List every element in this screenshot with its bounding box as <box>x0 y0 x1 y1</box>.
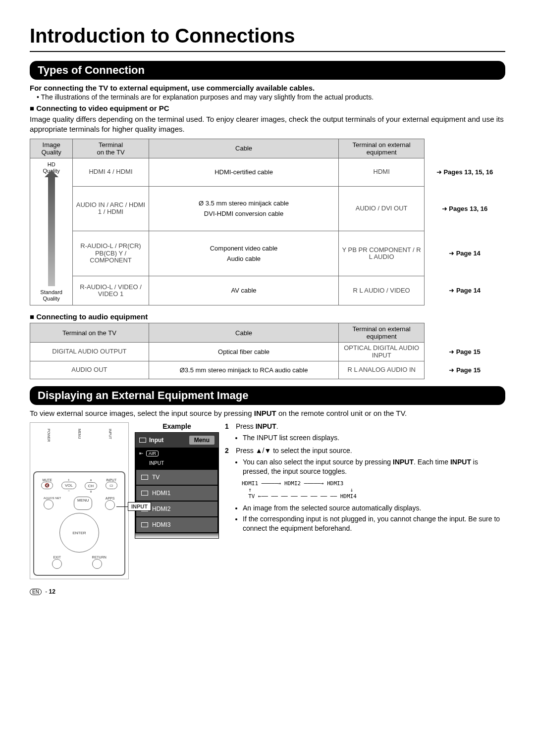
cable-dvi: Ø 3.5 mm stereo minijack cable DVI-HDMI … <box>149 186 339 231</box>
quality-column: HD Quality Standard Quality <box>30 158 73 305</box>
pages-av: Page 14 <box>424 276 505 305</box>
intro-bold: For connecting the TV to external equipm… <box>30 84 505 92</box>
th-cable: Cable <box>149 139 339 158</box>
tv-term-optical: DIGITAL AUDIO OUTPUT <box>30 343 149 361</box>
pages-component: Page 14 <box>424 231 505 276</box>
section-displaying-external: Displaying an External Equipment Image <box>30 386 505 405</box>
th-tv-terminal: Terminal on the TV <box>73 139 149 158</box>
remote-control-diagram: POWER MENU INPUT MUTE🔇 +VOL− ∧CH∨ INPUT▭… <box>30 422 129 579</box>
steps-list: 1 Press INPUT. The INPUT list screen dis… <box>225 422 505 537</box>
th-quality: Image Quality <box>30 139 73 158</box>
audio-connection-table: Terminal on the TV Cable Terminal on ext… <box>30 323 505 379</box>
intro-bullet: • The illustrations of the terminals are… <box>37 93 505 101</box>
th-audio-cable: Cable <box>149 323 339 343</box>
pages-optical: Page 15 <box>424 343 505 361</box>
quality-gradient-arrow-icon <box>48 177 55 286</box>
page-title: Introduction to Connections <box>30 25 505 52</box>
pages-hdmi: Pages 13, 15, 16 <box>424 158 505 186</box>
ext-term-analog: R L ANALOG AUDIO IN <box>339 361 425 379</box>
osd-item-hdmi1: HDMI1 <box>136 486 217 501</box>
display-desc: To view external source images, select t… <box>30 409 505 417</box>
tv-icon <box>139 438 146 443</box>
cable-analog: Ø3.5 mm stereo minijack to RCA audio cab… <box>149 361 339 379</box>
osd-item-tv: TV <box>136 470 217 485</box>
tv-term-component: R-AUDIO-L / PR(CR) PB(CB) Y / COMPONENT <box>73 231 149 276</box>
osd-menu-button: Menu <box>189 436 214 445</box>
video-connection-table: Image Quality Terminal on the TV Cable T… <box>30 139 505 306</box>
example-label: Example <box>135 422 219 430</box>
pages-dvi: Pages 13, 16 <box>424 186 505 231</box>
th-audio-tv: Terminal on the TV <box>30 323 149 343</box>
ext-term-av: R L AUDIO / VIDEO <box>339 276 425 305</box>
tv-term-analog: AUDIO OUT <box>30 361 149 379</box>
tv-term-hdmi: HDMI 4 / HDMI <box>73 158 149 186</box>
th-audio-ext: Terminal on external equipment <box>339 323 425 343</box>
hdmi-item-icon <box>141 491 148 496</box>
ext-term-dvi: AUDIO / DVI OUT <box>339 186 425 231</box>
cable-av: AV cable <box>149 276 339 305</box>
ext-term-hdmi: HDMI <box>339 158 425 186</box>
input-callout-label: INPUT <box>128 502 151 511</box>
desc-video: Image quality differs depending on the t… <box>30 114 505 135</box>
subhead-audio: Connecting to audio equipment <box>30 312 505 321</box>
ext-term-optical: OPTICAL DIGITAL AUDIO INPUT <box>339 343 425 361</box>
osd-item-hdmi3: HDMI3 <box>136 517 217 532</box>
hdmi-item-icon <box>141 522 148 527</box>
std-quality-label: Standard Quality <box>33 289 69 302</box>
section-types-of-connection: Types of Connection <box>30 61 505 80</box>
tv-term-av: R-AUDIO-L / VIDEO / VIDEO 1 <box>73 276 149 305</box>
osd-example: Example Input Menu ⇤ AIR INPUT TV HDMI1 … <box>135 422 219 539</box>
page-footer: EN - 12 <box>30 588 505 595</box>
th-ext-terminal: Terminal on external equipment <box>339 139 425 158</box>
cable-optical: Optical fiber cable <box>149 343 339 361</box>
pages-analog: Page 15 <box>424 361 505 379</box>
subhead-video: Connecting to video equipment or PC <box>30 104 505 112</box>
tv-item-icon <box>141 475 148 480</box>
tv-term-dvi: AUDIO IN / ARC / HDMI 1 / HDMI <box>73 186 149 231</box>
input-toggle-diagram: HDMI1 ─────→ HDMI2 ─────→ HDMI3 ↑ ↓ TV ←… <box>242 480 505 500</box>
antenna-icon: ⇤ <box>139 451 143 456</box>
cable-hdmi: HDMI-certified cable <box>149 158 339 186</box>
cable-component: Component video cable Audio cable <box>149 231 339 276</box>
ext-term-component: Y PB PR COMPONENT / R L AUDIO <box>339 231 425 276</box>
